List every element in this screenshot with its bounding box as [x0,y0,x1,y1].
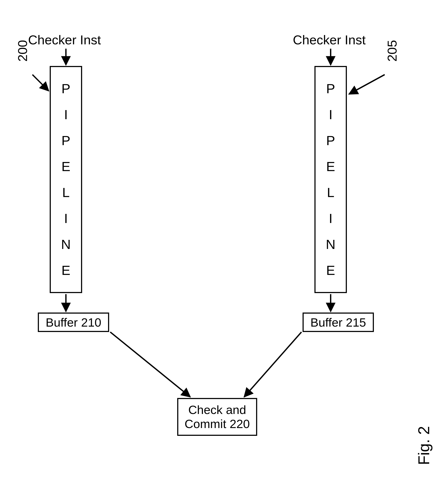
right-ref-label: 205 [385,40,400,62]
left-stage-4: L [62,186,70,199]
arrow-right-ref [349,75,385,94]
right-input-label: Checker Inst [293,32,366,47]
left-stage-6: N [61,238,71,251]
left-stage-7: E [61,264,70,277]
diagram-root: Checker Inst P I P E L I N E 200 Buffer … [0,0,448,494]
left-stage-0: P [61,82,70,95]
commit-line1: Check and [188,403,246,417]
commit-line2: Commit 220 [185,417,250,431]
right-stage-1: I [329,108,332,121]
arrow-left-ref [32,75,49,91]
left-stage-3: E [61,160,70,173]
left-stage-5: I [64,212,68,225]
right-stage-2: P [326,134,335,147]
right-stage-5: I [329,212,332,225]
check-commit-box: Check and Commit 220 [177,398,257,436]
right-stage-4: L [327,186,334,199]
right-buffer-text: Buffer 215 [310,315,366,329]
right-stage-0: P [326,82,335,95]
left-stage-2: P [61,134,70,147]
left-ref-label: 200 [15,40,30,62]
arrow-right-buffer-to-commit [244,332,301,397]
left-buffer-box: Buffer 210 [38,312,109,332]
right-buffer-box: Buffer 215 [303,312,374,332]
left-buffer-text: Buffer 210 [46,315,101,329]
figure-label: Fig. 2 [415,426,433,465]
right-stage-3: E [326,160,335,173]
arrow-left-buffer-to-commit [110,332,190,397]
left-input-label: Checker Inst [28,32,101,47]
right-stage-6: N [326,238,336,251]
left-pipeline-box: P I P E L I N E [50,66,82,293]
left-stage-1: I [64,108,68,121]
right-stage-7: E [326,264,335,277]
right-pipeline-box: P I P E L I N E [314,66,347,293]
